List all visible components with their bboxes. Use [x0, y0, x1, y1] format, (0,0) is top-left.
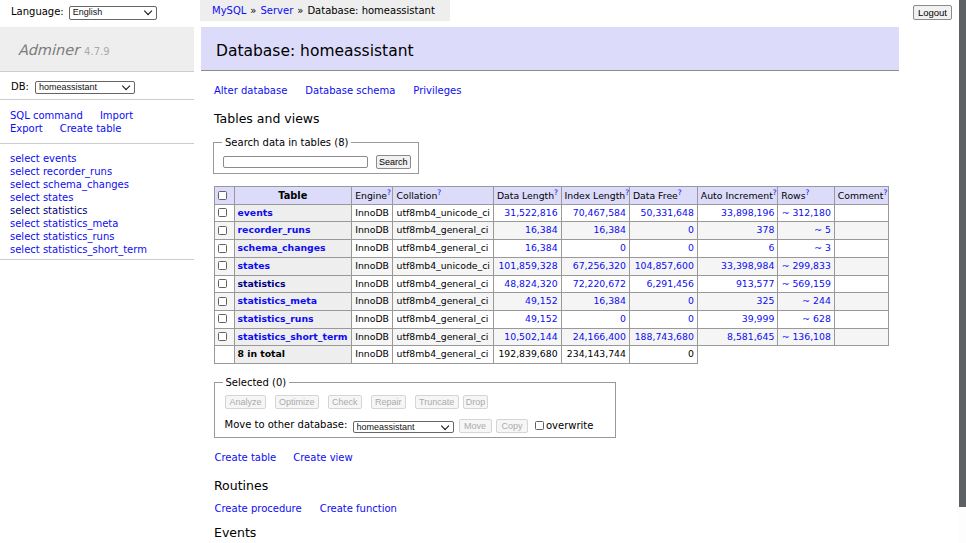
index-length-link[interactable]: 0	[620, 242, 626, 253]
adminer-logo[interactable]: Adminer	[18, 42, 79, 58]
rows-count-link[interactable]: ~ 299,833	[782, 260, 831, 271]
optimize-button[interactable]: Optimize	[275, 395, 320, 409]
data-length-link[interactable]: 101,859,328	[498, 260, 557, 271]
comment-help-link[interactable]: ?	[883, 188, 887, 197]
auto-increment-link[interactable]: 913,577	[736, 278, 774, 289]
sidebar-item-select-events[interactable]: select events	[10, 152, 147, 165]
db-select[interactable]: homeassistant	[35, 81, 135, 94]
search-input[interactable]	[223, 156, 368, 168]
auto-increment-link[interactable]: 378	[757, 224, 775, 235]
analyze-button[interactable]: Analyze	[225, 395, 266, 409]
data-free-link[interactable]: 0	[688, 224, 694, 235]
auto-increment-help-link[interactable]: ?	[773, 188, 777, 197]
repair-button[interactable]: Repair	[371, 395, 407, 409]
data-length-link[interactable]: 31,522,816	[504, 207, 557, 218]
scrollbar-thumb[interactable]	[959, 0, 966, 507]
data-free-link[interactable]: 188,743,680	[635, 331, 694, 342]
auto-increment-link[interactable]: 6	[768, 242, 774, 253]
rows-count-link[interactable]: ~ 136,108	[782, 331, 831, 342]
row-checkbox[interactable]	[218, 314, 227, 323]
breadcrumb-mysql[interactable]: MySQL	[212, 5, 246, 16]
move-db-select[interactable]: homeassistant	[353, 421, 454, 433]
table-name-link[interactable]: events	[238, 207, 273, 218]
row-checkbox[interactable]	[218, 261, 227, 270]
engine-help-link[interactable]: ?	[387, 188, 391, 197]
data-free-help-link[interactable]: ?	[678, 188, 682, 197]
sidebar-item-select-recorder-runs[interactable]: select recorder_runs	[10, 165, 147, 178]
sidebar-link-export[interactable]: Export	[10, 123, 43, 134]
index-length-link[interactable]: 72,220,672	[573, 278, 626, 289]
sidebar-link-sql-command[interactable]: SQL command	[10, 110, 83, 121]
truncate-button[interactable]: Truncate	[415, 395, 459, 409]
privileges-link[interactable]: Privileges	[413, 85, 461, 96]
rows-help-link[interactable]: ?	[806, 188, 810, 197]
sidebar-link-import[interactable]: Import	[100, 110, 133, 121]
table-name-link[interactable]: schema_changes	[238, 242, 326, 253]
sidebar-link-create-table[interactable]: Create table	[60, 123, 122, 134]
overwrite-checkbox[interactable]	[535, 421, 544, 430]
table-name-link[interactable]: statistics	[238, 278, 286, 289]
row-checkbox[interactable]	[218, 208, 227, 217]
data-free-link[interactable]: 50,331,648	[641, 207, 694, 218]
rows-count-link[interactable]: ~ 5	[814, 224, 831, 235]
index-length-link[interactable]: 16,384	[593, 295, 626, 306]
row-checkbox[interactable]	[218, 279, 227, 288]
breadcrumb-server[interactable]: Server	[260, 5, 293, 16]
data-free-link[interactable]: 104,857,600	[635, 260, 694, 271]
check-button[interactable]: Check	[328, 395, 363, 409]
index-length-link[interactable]: 0	[620, 313, 626, 324]
rows-count-link[interactable]: ~ 312,180	[782, 207, 831, 218]
auto-increment-link[interactable]: 8,581,645	[727, 331, 774, 342]
create-procedure-link[interactable]: Create procedure	[215, 503, 302, 514]
sidebar-item-select-statistics[interactable]: select statistics	[10, 204, 147, 217]
alter-database-link[interactable]: Alter database	[214, 85, 287, 96]
auto-increment-link[interactable]: 33,398,984	[721, 260, 774, 271]
data-free-link[interactable]: 6,291,456	[647, 278, 694, 289]
database-schema-link[interactable]: Database schema	[305, 85, 395, 96]
search-button[interactable]: Search	[376, 155, 412, 169]
auto-increment-link[interactable]: 33,898,196	[721, 207, 774, 218]
scrollbar-track[interactable]	[959, 0, 966, 543]
create-function-link[interactable]: Create function	[320, 503, 397, 514]
row-checkbox[interactable]	[218, 226, 227, 235]
row-checkbox[interactable]	[218, 244, 227, 253]
sidebar-item-select-states[interactable]: select states	[10, 191, 147, 204]
index-length-link[interactable]: 24,166,400	[573, 331, 626, 342]
table-name-link[interactable]: statistics_runs	[238, 313, 314, 324]
language-select[interactable]: English	[69, 6, 157, 20]
sidebar-item-select-statistics-runs[interactable]: select statistics_runs	[10, 230, 147, 243]
row-checkbox[interactable]	[218, 297, 227, 306]
move-button[interactable]: Move	[459, 419, 492, 433]
table-name-link[interactable]: recorder_runs	[238, 224, 311, 235]
auto-increment-link[interactable]: 325	[757, 295, 775, 306]
collation-help-link[interactable]: ?	[437, 188, 441, 197]
data-length-link[interactable]: 16,384	[525, 224, 558, 235]
create-table-link[interactable]: Create table	[215, 452, 277, 463]
table-name-link[interactable]: states	[238, 260, 271, 271]
data-free-link[interactable]: 0	[688, 313, 694, 324]
data-length-help-link[interactable]: ?	[554, 188, 558, 197]
rows-count-link[interactable]: ~ 569,159	[782, 278, 831, 289]
row-checkbox[interactable]	[218, 332, 227, 341]
table-name-link[interactable]: statistics_short_term	[238, 331, 348, 342]
logout-button[interactable]: Logout	[913, 5, 952, 20]
index-length-link[interactable]: 70,467,584	[573, 207, 626, 218]
auto-increment-link[interactable]: 39,999	[742, 313, 775, 324]
sidebar-item-select-schema-changes[interactable]: select schema_changes	[10, 178, 147, 191]
data-free-link[interactable]: 0	[688, 242, 694, 253]
index-length-link[interactable]: 67,256,320	[573, 260, 626, 271]
drop-button[interactable]: Drop	[463, 395, 489, 409]
index-length-link[interactable]: 16,384	[593, 224, 626, 235]
data-length-link[interactable]: 48,824,320	[504, 278, 557, 289]
create-view-link[interactable]: Create view	[293, 452, 352, 463]
select-all-checkbox[interactable]	[218, 191, 227, 200]
data-length-link[interactable]: 49,152	[525, 313, 558, 324]
data-length-link[interactable]: 10,502,144	[504, 331, 557, 342]
data-length-link[interactable]: 16,384	[525, 242, 558, 253]
rows-count-link[interactable]: ~ 3	[814, 242, 831, 253]
rows-count-link[interactable]: ~ 244	[802, 295, 831, 306]
data-free-link[interactable]: 0	[688, 295, 694, 306]
copy-button[interactable]: Copy	[496, 419, 528, 433]
table-name-link[interactable]: statistics_meta	[238, 295, 317, 306]
rows-count-link[interactable]: ~ 628	[802, 313, 831, 324]
